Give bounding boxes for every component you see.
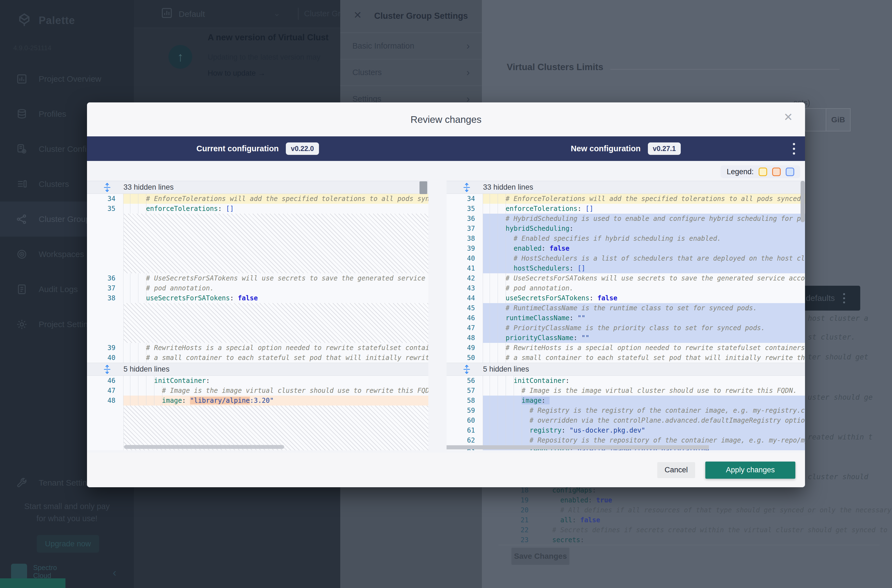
collapsed-diff-placeholder bbox=[123, 303, 428, 343]
sidebar-item-label: Project Overview bbox=[39, 74, 101, 84]
line-number: 35 bbox=[446, 204, 483, 214]
how-to-update-link[interactable]: How to update → bbox=[208, 69, 266, 78]
line-number: 42 bbox=[446, 273, 483, 283]
sidebar-collapse-icon[interactable]: ‹ bbox=[113, 567, 116, 579]
diff-line-39: 39 enabled: false bbox=[446, 243, 805, 254]
target-icon bbox=[16, 249, 28, 260]
line-number: 57 bbox=[446, 386, 483, 396]
legend-swatch-removed bbox=[772, 168, 781, 176]
apply-changes-button[interactable]: Apply changes bbox=[705, 462, 795, 478]
app-version: 4.9.0-251114 bbox=[13, 44, 51, 52]
diff-line-35: 35 enforceTolerations: [] bbox=[87, 204, 428, 214]
line-number: 36 bbox=[87, 273, 123, 283]
horizontal-scrollbar-thumb[interactable] bbox=[124, 445, 284, 449]
diff-line-39: 39 # RewriteHosts is a special option ne… bbox=[87, 343, 428, 353]
chevron-right-icon: › bbox=[466, 40, 470, 52]
spectro-cloud-brand: Spectro Cloud bbox=[11, 564, 57, 580]
network-icon bbox=[16, 213, 28, 225]
sidebar-item-label: Workspaces bbox=[39, 249, 84, 259]
line-number: 39 bbox=[87, 343, 123, 353]
sidebar-item-label: Cluster Config bbox=[39, 144, 91, 154]
current-config-diff-pane[interactable]: 33 hidden lines34 # EnforceTolerations w… bbox=[87, 181, 428, 450]
legend-swatch-added bbox=[786, 168, 794, 176]
line-number: 38 bbox=[87, 293, 123, 303]
drawer-item-clusters[interactable]: Clusters› bbox=[340, 59, 482, 86]
line-number: 34 bbox=[87, 194, 123, 204]
unfold-icon bbox=[103, 364, 111, 374]
yaml-editor-dimmed[interactable]: 18 configMaps:19 enabled: true20 # All d… bbox=[511, 485, 892, 545]
line-number: 50 bbox=[446, 353, 483, 363]
new-configuration-header: New configuration v0.27.1 bbox=[446, 136, 805, 161]
bg-editor-line-23: 23 secrets: bbox=[511, 535, 892, 545]
project-tab-icon bbox=[161, 7, 173, 21]
brand-name: Palette bbox=[39, 15, 75, 27]
hidden-lines-toggle[interactable]: 5 hidden lines bbox=[446, 363, 805, 376]
diff-line-37: 37 hybridScheduling: bbox=[446, 224, 805, 234]
diff-line-60: 60 # overridden via the controlPlane.adv… bbox=[446, 416, 805, 425]
breadcrumb: Cluster Gro bbox=[304, 9, 340, 18]
diff-line-36: 36 # HybridScheduling is used to enable … bbox=[446, 214, 805, 224]
line-number: 41 bbox=[446, 263, 483, 273]
diff-line-46: 46 initContainer: bbox=[87, 376, 428, 386]
wrench-icon bbox=[16, 477, 28, 489]
hidden-lines-toggle[interactable]: 33 hidden lines bbox=[87, 181, 428, 194]
save-changes-button[interactable]: Save Changes bbox=[511, 548, 569, 565]
occluded-code-fragment: ter should get bbox=[808, 353, 868, 361]
modal-close-icon[interactable]: ✕ bbox=[784, 111, 793, 123]
horizontal-scrollbar-thumb[interactable] bbox=[446, 445, 709, 449]
line-number: 59 bbox=[446, 405, 483, 416]
doc-icon bbox=[16, 284, 28, 295]
line-number: 48 bbox=[87, 396, 123, 405]
list-icon bbox=[16, 178, 28, 190]
hidden-lines-toggle[interactable]: 5 hidden lines bbox=[87, 363, 428, 376]
line-number: 40 bbox=[87, 353, 123, 363]
diff-line-36: 36 # UseSecretsForSATokens will use secr… bbox=[87, 273, 428, 283]
line-number: 40 bbox=[446, 254, 483, 263]
new-config-diff-pane[interactable]: 33 hidden lines34 # EnforceTolerations w… bbox=[446, 181, 805, 450]
line-number: 35 bbox=[87, 204, 123, 214]
line-number: 36 bbox=[446, 214, 483, 224]
modal-footer: Cancel Apply changes bbox=[87, 453, 805, 487]
line-number: 37 bbox=[87, 283, 123, 293]
bg-editor-line-21: 21 all: false bbox=[511, 515, 892, 525]
project-scope-tab[interactable]: Default bbox=[161, 7, 205, 21]
diff-legend: Legend: bbox=[721, 165, 800, 178]
sidebar-item-label: Profiles bbox=[39, 110, 66, 119]
page: Palette 4.9.0-251114 Project OverviewPro… bbox=[0, 0, 892, 588]
diff-line-38: 38 useSecretsForSATokens: false bbox=[87, 293, 428, 303]
kebab-menu-icon[interactable] bbox=[843, 293, 845, 303]
drawer-close-icon[interactable]: ✕ bbox=[353, 9, 362, 21]
vertical-scrollbar-thumb[interactable] bbox=[800, 181, 805, 222]
occluded-code-fragment: uster should ge bbox=[808, 393, 872, 401]
line-number: 34 bbox=[446, 194, 483, 204]
diff-line-37: 37 # pod annotation. bbox=[87, 283, 428, 293]
chevron-down-icon[interactable]: ⌄ bbox=[273, 8, 280, 18]
kebab-menu-icon[interactable] bbox=[793, 143, 795, 154]
modal-title: Review changes bbox=[87, 102, 805, 136]
diff-line-41: 41 hostSchedulers: [] bbox=[446, 263, 805, 273]
topbar-divider bbox=[298, 8, 299, 20]
diff-line-56: 56 initContainer: bbox=[446, 376, 805, 386]
hidden-lines-toggle[interactable]: 33 hidden lines bbox=[446, 181, 805, 194]
line-number: 44 bbox=[446, 293, 483, 303]
diff-line-58: 58 image: bbox=[446, 396, 805, 405]
bg-editor-line-20: 20 # All defines if all resources of tha… bbox=[511, 505, 892, 515]
update-banner-body: Updating to the latest version may bbox=[208, 53, 320, 62]
cancel-button[interactable]: Cancel bbox=[657, 462, 695, 478]
upgrade-now-button[interactable]: Upgrade now bbox=[37, 535, 99, 553]
collapsed-diff-placeholder bbox=[123, 405, 428, 450]
diff-line-44: 44 useSecretsForSATokens: false bbox=[446, 293, 805, 303]
sidebar-item-label: Clusters bbox=[39, 179, 69, 189]
drawer-item-basic-information[interactable]: Basic Information› bbox=[340, 33, 482, 59]
vertical-scrollbar-thumb[interactable] bbox=[419, 182, 427, 194]
chat-launcher[interactable] bbox=[0, 578, 65, 588]
diff-line-48: 48 priorityClassName: "" bbox=[446, 333, 805, 343]
sidebar-item-project-overview[interactable]: Project Overview bbox=[0, 61, 134, 96]
unfold-icon bbox=[103, 183, 111, 192]
line-number: 61 bbox=[446, 425, 483, 435]
line-number: 58 bbox=[446, 396, 483, 405]
memory-input[interactable] bbox=[805, 108, 826, 131]
occluded-code-fragment: host cluster a bbox=[808, 314, 868, 322]
diff-line-46: 46 runtimeClassName: "" bbox=[446, 313, 805, 323]
diff-line-50: 50 # a small container to each stateful … bbox=[446, 353, 805, 363]
